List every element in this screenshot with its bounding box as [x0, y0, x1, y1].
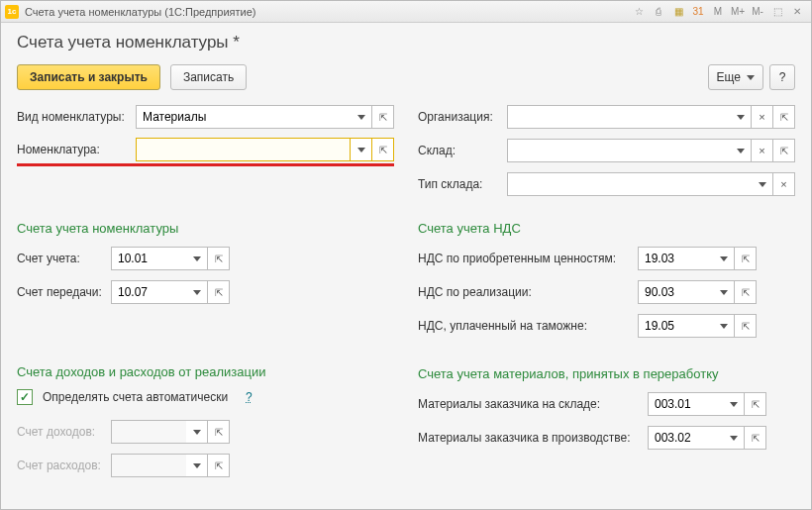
help-link[interactable]: ? — [246, 390, 253, 404]
window-title: Счета учета номенклатуры (1С:Предприятие… — [25, 6, 256, 18]
organization-label: Организация: — [418, 110, 507, 124]
account-row: Счет учета: ⇱ — [17, 246, 394, 271]
income-label: Счет доходов: — [17, 425, 111, 439]
open-icon[interactable]: ⇱ — [735, 280, 757, 304]
transfer-combo[interactable]: ⇱ — [111, 280, 230, 304]
vat-sales-input[interactable] — [638, 280, 713, 304]
income-input — [111, 420, 186, 444]
income-combo: ⇱ — [111, 420, 230, 444]
dropdown-icon[interactable] — [186, 247, 208, 270]
organization-row: Организация: × ⇱ — [418, 104, 795, 130]
open-icon[interactable]: ⇱ — [745, 392, 766, 416]
materials-section-title: Счета учета материалов, принятых в перер… — [418, 366, 795, 381]
expense-label: Счет расходов: — [17, 459, 111, 472]
titlebar: 1c Счета учета номенклатуры (1С:Предприя… — [1, 1, 811, 23]
memory-m-minus[interactable]: M- — [749, 4, 766, 20]
favorite-icon[interactable]: ☆ — [630, 4, 648, 20]
nomenclature-type-combo[interactable]: ⇱ — [136, 105, 394, 129]
open-icon[interactable]: ⇱ — [372, 138, 394, 161]
account-input[interactable] — [111, 247, 186, 270]
open-icon[interactable]: ⇱ — [372, 105, 394, 129]
close-icon[interactable]: ✕ — [788, 4, 806, 20]
dropdown-icon[interactable] — [186, 280, 208, 304]
clear-icon[interactable]: × — [773, 172, 795, 196]
materials-stock-combo[interactable]: ⇱ — [648, 392, 766, 416]
transfer-label: Счет передачи: — [17, 285, 111, 299]
dropdown-icon[interactable] — [730, 139, 752, 162]
save-and-close-button[interactable]: Записать и закрыть — [17, 64, 160, 90]
clear-icon[interactable]: × — [752, 139, 773, 162]
help-button[interactable]: ? — [769, 64, 795, 90]
open-icon[interactable]: ⇱ — [735, 314, 757, 338]
warehouse-type-combo[interactable]: × — [507, 172, 795, 196]
dropdown-icon[interactable] — [351, 138, 372, 161]
auto-accounts-checkbox[interactable]: ✓ — [17, 389, 33, 405]
open-icon[interactable]: ⇱ — [773, 139, 795, 162]
vat-purchase-label: НДС по приобретенным ценностям: — [418, 252, 638, 265]
calendar-icon[interactable]: 31 — [689, 4, 707, 20]
open-icon[interactable]: ⇱ — [735, 247, 757, 270]
clear-icon[interactable]: × — [752, 105, 773, 129]
print-icon[interactable]: ⎙ — [650, 4, 667, 20]
vat-customs-input[interactable] — [638, 314, 713, 338]
dropdown-icon[interactable] — [713, 280, 735, 304]
vat-section-title: Счета учета НДС — [418, 221, 795, 236]
dropdown-icon[interactable] — [713, 314, 735, 338]
nomenclature-type-input[interactable] — [136, 105, 351, 129]
vat-sales-combo[interactable]: ⇱ — [638, 280, 757, 304]
calculator-icon[interactable]: ▦ — [669, 4, 687, 20]
dropdown-icon[interactable] — [351, 105, 372, 129]
transfer-row: Счет передачи: ⇱ — [17, 279, 394, 305]
dropdown-icon[interactable] — [723, 392, 745, 416]
vat-customs-row: НДС, уплаченный на таможне: ⇱ — [418, 313, 795, 339]
open-icon[interactable]: ⇱ — [745, 426, 766, 450]
warehouse-combo[interactable]: × ⇱ — [507, 139, 795, 162]
open-icon[interactable]: ⇱ — [773, 105, 795, 129]
dropdown-icon[interactable] — [730, 105, 752, 129]
vat-purchase-input[interactable] — [638, 247, 713, 270]
dropdown-icon[interactable] — [723, 426, 745, 450]
pl-section-title: Счета доходов и расходов от реализации — [17, 364, 394, 379]
vat-customs-label: НДС, уплаченный на таможне: — [418, 319, 638, 333]
dropdown-icon[interactable] — [752, 172, 773, 196]
open-icon[interactable]: ⇱ — [208, 280, 230, 304]
save-button[interactable]: Записать — [170, 64, 247, 90]
vat-customs-combo[interactable]: ⇱ — [638, 314, 757, 338]
materials-prod-input[interactable] — [648, 426, 723, 450]
dropdown-icon — [186, 420, 208, 444]
transfer-input[interactable] — [111, 280, 186, 304]
app-icon: 1c — [5, 5, 19, 19]
materials-prod-combo[interactable]: ⇱ — [648, 426, 766, 450]
materials-prod-row: Материалы заказчика в производстве: ⇱ — [418, 425, 795, 451]
accounts-section-title: Счета учета номенклатуры — [17, 221, 394, 236]
nomenclature-row: Номенклатура: ⇱ — [17, 138, 394, 166]
memory-m[interactable]: M — [709, 4, 727, 20]
expense-row: Счет расходов: ⇱ — [17, 453, 394, 478]
more-label: Еще — [717, 70, 741, 84]
open-icon[interactable]: ⇱ — [208, 247, 230, 270]
account-combo[interactable]: ⇱ — [111, 247, 230, 270]
memory-m-plus[interactable]: M+ — [729, 4, 747, 20]
expense-input — [111, 454, 186, 477]
nomenclature-input[interactable] — [136, 138, 351, 161]
warehouse-input[interactable] — [507, 139, 730, 162]
organization-combo[interactable]: × ⇱ — [507, 105, 795, 129]
vat-sales-label: НДС по реализации: — [418, 285, 638, 299]
vat-sales-row: НДС по реализации: ⇱ — [418, 279, 795, 305]
page-title: Счета учета номенклатуры * — [17, 33, 795, 52]
nomenclature-combo[interactable]: ⇱ — [136, 138, 394, 161]
dropdown-icon[interactable] — [713, 247, 735, 270]
warehouse-row: Склад: × ⇱ — [418, 138, 795, 163]
auto-accounts-row: ✓ Определять счета автоматически ? — [17, 389, 394, 405]
vat-purchase-combo[interactable]: ⇱ — [638, 247, 757, 270]
materials-stock-input[interactable] — [648, 392, 723, 416]
warehouse-type-row: Тип склада: × — [418, 171, 795, 197]
open-icon: ⇱ — [208, 454, 230, 477]
auto-accounts-label: Определять счета автоматически — [43, 390, 228, 404]
more-button[interactable]: Еще — [708, 64, 763, 90]
window-expand-icon[interactable]: ⬚ — [768, 4, 786, 20]
warehouse-type-input[interactable] — [507, 172, 752, 196]
materials-stock-label: Материалы заказчика на складе: — [418, 397, 648, 411]
open-icon: ⇱ — [208, 420, 230, 444]
organization-input[interactable] — [507, 105, 730, 129]
